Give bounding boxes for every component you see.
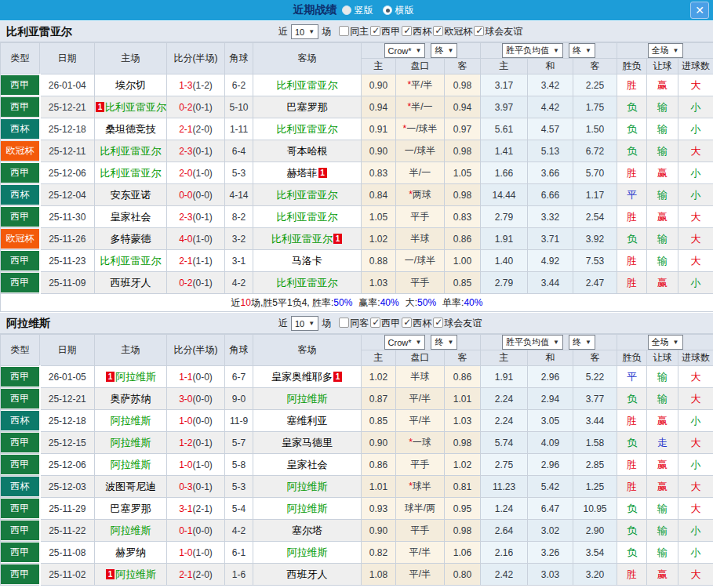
summary-row: 近10场,胜5平1负4, 胜率:50%赢率:40%大:50%单率:40% [1, 294, 713, 312]
filter-checkbox-checked[interactable] [402, 318, 412, 328]
home-team: 奥萨苏纳 [95, 388, 167, 410]
league-badge: 西甲 [1, 542, 40, 564]
home-team: 1比利亚雷亚尔 [95, 96, 167, 118]
radio-vertical-layout[interactable] [342, 5, 351, 15]
corner-score: 6-2 [225, 74, 253, 96]
corner-score: 4-2 [225, 520, 253, 542]
odds-away-win: 2.85 [573, 454, 617, 476]
match-date: 25-11-30 [40, 206, 95, 228]
scope-select[interactable]: 全场▼ [648, 335, 683, 350]
result-handicap: 赢 [647, 476, 678, 498]
handicap-line: 平手 [396, 206, 445, 228]
odds-away-win: 3.92 [573, 228, 617, 250]
final-odds-select[interactable]: 终▼ [569, 43, 595, 58]
away-team: 皇家奥维耶多1 [253, 366, 362, 388]
result-outcome: 负 [617, 228, 647, 250]
away-team: 巴塞罗那 [253, 96, 362, 118]
result-outcome: 胜 [617, 206, 647, 228]
wdl-average-select[interactable]: 胜平负均值▼ [502, 335, 563, 350]
subcol-lose: 客 [573, 59, 617, 74]
corner-score: 3-2 [225, 228, 253, 250]
odds-draw: 4.09 [528, 432, 573, 454]
section-header-alaves: 阿拉维斯 近 10▼ 场 同客西甲西杯球会友谊 [0, 312, 713, 334]
subcol-win: 主 [481, 59, 528, 74]
away-team: 比利亚雷亚尔 [253, 206, 362, 228]
table-row: 西杯 25-12-04 安东亚诺 0-0(0-0) 4-14 比利亚雷亚尔 0.… [1, 184, 713, 206]
handicap-odds-home: 1.08 [362, 564, 396, 586]
odds-draw: 2.94 [528, 388, 573, 410]
result-goals: 大 [678, 74, 713, 96]
handicap-group-header: Crow*▼ 终▼ [362, 335, 481, 350]
result-handicap: 赢 [647, 162, 678, 184]
odds-home-win: 2.24 [481, 388, 528, 410]
filter-checkbox-checked[interactable] [402, 26, 412, 36]
home-team: 阿拉维斯 [95, 454, 167, 476]
handicap-line: 球半/两 [396, 498, 445, 520]
filter-checkbox-unchecked[interactable] [339, 26, 349, 36]
handicap-odds-away: 0.94 [445, 96, 481, 118]
result-outcome: 负 [617, 140, 647, 162]
odds-away-win: 3.44 [573, 410, 617, 432]
filter-checkbox-checked[interactable] [370, 26, 380, 36]
filter-checkbox-label: 同客 [350, 318, 369, 328]
filter-checkbox-checked[interactable] [433, 318, 443, 328]
red-card-badge: 1 [333, 372, 342, 382]
final-odds-select[interactable]: 终▼ [569, 335, 595, 350]
match-date: 25-11-26 [40, 228, 95, 250]
odds-away-win: 5.22 [573, 366, 617, 388]
handicap-odds-home: 1.02 [362, 366, 396, 388]
match-date: 25-12-11 [40, 140, 95, 162]
close-button[interactable]: ✕ [690, 2, 709, 19]
filter-checkbox-unchecked[interactable] [339, 318, 349, 328]
match-count-select[interactable]: 10▼ [291, 316, 318, 331]
odds-home-win: 14.44 [481, 184, 528, 206]
odds-away-win: 7.53 [573, 250, 617, 272]
filter-checkbox-checked[interactable] [433, 26, 443, 36]
result-goals: 小 [678, 162, 713, 184]
scope-select[interactable]: 全场▼ [648, 43, 683, 58]
league-badge: 西甲 [1, 96, 40, 118]
final-odds-select[interactable]: 终▼ [431, 43, 457, 58]
league-badge: 西甲 [1, 74, 40, 96]
away-team: 塞尔塔 [253, 520, 362, 542]
handicap-odds-away: 0.81 [445, 476, 481, 498]
odds-draw: 4.42 [528, 96, 573, 118]
odds-away-win: 2.54 [573, 206, 617, 228]
wdl-average-select[interactable]: 胜平负均值▼ [502, 43, 563, 58]
away-team: 阿拉维斯 [253, 498, 362, 520]
near-label: 近 [278, 317, 288, 330]
home-team: 比利亚雷亚尔 [95, 162, 167, 184]
home-team: 多特蒙德 [95, 228, 167, 250]
league-badge: 西甲 [1, 206, 40, 228]
match-date: 25-12-06 [40, 454, 95, 476]
home-team: 皇家社会 [95, 206, 167, 228]
odds-company-select[interactable]: Crow*▼ [384, 43, 426, 58]
odds-draw: 3.71 [528, 228, 573, 250]
result-handicap: 输 [647, 184, 678, 206]
final-odds-select[interactable]: 终▼ [431, 335, 457, 350]
match-count-select[interactable]: 10▼ [291, 24, 318, 39]
filter-checkbox-checked[interactable] [474, 26, 484, 36]
handicap-line: 平/半 [396, 542, 445, 564]
league-badge: 西甲 [1, 520, 40, 542]
away-team: 阿拉维斯 [253, 476, 362, 498]
handicap-line: *半/一 [396, 96, 445, 118]
result-handicap: 赢 [647, 206, 678, 228]
home-team: 比利亚雷亚尔 [95, 140, 167, 162]
result-goals: 小 [678, 96, 713, 118]
odds-away-win: 1.58 [573, 432, 617, 454]
filter-checkbox-checked[interactable] [370, 318, 380, 328]
radio-horizontal-layout[interactable] [383, 5, 392, 15]
match-score: 1-1(0-0) [167, 366, 225, 388]
handicap-line: *两球 [396, 184, 445, 206]
chevron-down-icon: ▼ [673, 47, 679, 54]
subcol-away-odds: 客 [445, 59, 481, 74]
handicap-odds-away: 0.98 [445, 184, 481, 206]
corner-score: 5-4 [225, 498, 253, 520]
col-header-away: 客场 [253, 335, 362, 366]
handicap-line: 平手 [396, 454, 445, 476]
chevron-down-icon: ▼ [416, 339, 422, 346]
team-name: 阿拉维斯 [6, 317, 50, 331]
odds-company-select[interactable]: Crow*▼ [384, 335, 426, 350]
col-header-type: 类型 [1, 43, 40, 74]
